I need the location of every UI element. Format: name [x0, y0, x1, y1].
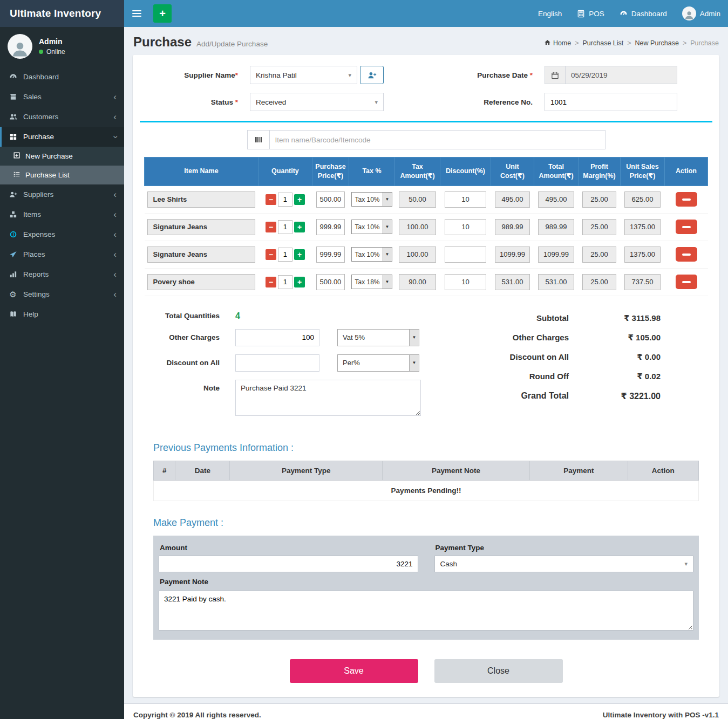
- quantity-increase-button[interactable]: +: [294, 249, 305, 260]
- breadcrumb-current: Purchase: [690, 39, 719, 47]
- other-charges-input[interactable]: [235, 329, 319, 346]
- discount-input[interactable]: [445, 246, 486, 263]
- purchase-price-input[interactable]: [316, 219, 345, 235]
- supplier-select[interactable]: Krishna Patil ▾: [250, 66, 357, 84]
- quantity-decrease-button[interactable]: −: [266, 277, 276, 287]
- chevron-left-icon: ‹: [113, 94, 117, 100]
- discount-type-select[interactable]: Per%▼: [337, 354, 419, 372]
- breadcrumb-separator: >: [575, 39, 579, 47]
- user-menu[interactable]: Admin: [675, 0, 728, 27]
- sidebar-item-purchase[interactable]: Purchase ‹: [0, 127, 124, 147]
- bar-chart-icon: [8, 270, 18, 278]
- close-button[interactable]: Close: [434, 659, 563, 683]
- unit-sales-price-input: [624, 191, 660, 208]
- dashboard-link[interactable]: Dashboard: [612, 0, 675, 27]
- page-title: Purchase: [133, 35, 192, 50]
- discount-input[interactable]: [445, 191, 486, 208]
- quantity-decrease-button[interactable]: −: [266, 194, 276, 205]
- item-search-input[interactable]: [270, 130, 605, 149]
- sidebar: Admin Online Dashboard Sales ‹ Customers…: [0, 27, 124, 719]
- summary-row-subtotal: Subtotal ₹ 3115.98: [489, 313, 661, 323]
- save-button[interactable]: Save: [290, 659, 418, 683]
- total-quantities-label: Total Quantities: [156, 312, 220, 320]
- sidebar-item-dashboard[interactable]: Dashboard: [0, 67, 124, 87]
- sidebar-item-sales[interactable]: Sales ‹: [0, 87, 124, 107]
- column-header: Tax %: [349, 158, 394, 186]
- person-plus-icon: [368, 71, 377, 80]
- table-row: −+ Tax 10%▼: [145, 186, 708, 213]
- payment-note-textarea[interactable]: 3221 Paid by cash.: [159, 591, 693, 631]
- sidebar-item-label: Purchase: [23, 133, 54, 141]
- select-arrow-icon: ▼: [409, 355, 419, 371]
- quantity-decrease-button[interactable]: −: [266, 249, 276, 260]
- quantity-input[interactable]: [278, 220, 292, 234]
- unit-cost-input: [495, 219, 529, 235]
- discount-input[interactable]: [445, 274, 486, 290]
- status-select[interactable]: Received ▾: [250, 93, 384, 111]
- sidebar-item-places[interactable]: Places ‹: [0, 244, 124, 264]
- remove-item-button[interactable]: [676, 275, 697, 289]
- tax-select[interactable]: Tax 18%▼: [351, 275, 392, 289]
- remove-item-button[interactable]: [676, 247, 697, 262]
- quick-add-button[interactable]: +: [153, 4, 172, 23]
- items-section: Item Name Quantity Purchase Price(₹) Tax…: [140, 121, 712, 296]
- other-charges-value: ₹ 105.00: [597, 333, 661, 343]
- minus-icon: [682, 281, 691, 283]
- form-actions: Save Close: [140, 659, 712, 683]
- purchase-price-input[interactable]: [316, 274, 345, 290]
- purchase-price-input[interactable]: [316, 191, 345, 208]
- tax-select[interactable]: Tax 10%▼: [351, 247, 392, 262]
- quantity-increase-button[interactable]: +: [294, 222, 305, 232]
- sidebar-item-settings[interactable]: ⚙ Settings ‹: [0, 284, 124, 304]
- sidebar-item-help[interactable]: Help: [0, 304, 124, 324]
- other-charges-tax-select[interactable]: Vat 5%▼: [337, 329, 419, 346]
- chevron-left-icon: ‹: [113, 252, 117, 257]
- add-supplier-button[interactable]: [360, 66, 384, 84]
- quantity-input[interactable]: [278, 193, 292, 207]
- summary-row-other-charges: Other Charges ₹ 105.00: [489, 333, 661, 343]
- total-amount-input: [538, 246, 574, 263]
- discount-on-all-input[interactable]: [235, 354, 319, 372]
- quantity-decrease-button[interactable]: −: [266, 222, 276, 232]
- app-layout: Ultimate Inventory + English POS Dashboa…: [0, 0, 728, 719]
- online-status-label: Online: [46, 48, 65, 56]
- sidebar-toggle-button[interactable]: [124, 0, 149, 27]
- purchase-price-input[interactable]: [316, 246, 345, 263]
- sidebar-item-reports[interactable]: Reports ‹: [0, 264, 124, 284]
- pos-link[interactable]: POS: [569, 0, 612, 27]
- quantity-increase-button[interactable]: +: [294, 194, 305, 205]
- quantity-input[interactable]: [278, 275, 292, 289]
- note-textarea[interactable]: Purchase Paid 3221: [235, 380, 421, 416]
- quantity-input[interactable]: [278, 248, 292, 262]
- remove-item-button[interactable]: [676, 220, 697, 234]
- reference-no-input[interactable]: [545, 93, 677, 111]
- payment-amount-input[interactable]: [159, 556, 418, 572]
- sidebar-item-label: Items: [23, 210, 41, 218]
- payments-pending-message: Payments Pending!!: [154, 480, 699, 501]
- sidebar-item-expenses[interactable]: Expenses ‹: [0, 224, 124, 244]
- remove-item-button[interactable]: [676, 192, 697, 207]
- profit-margin-input: [582, 274, 616, 290]
- tax-select[interactable]: Tax 10%▼: [351, 192, 392, 207]
- purchase-date-input[interactable]: [565, 66, 677, 84]
- profit-margin-input: [582, 191, 616, 208]
- chevron-left-icon: ‹: [113, 272, 117, 277]
- total-amount-input: [538, 274, 574, 290]
- profit-margin-input: [582, 246, 616, 263]
- sidebar-item-new-purchase[interactable]: New Purchase: [0, 147, 124, 166]
- breadcrumb-new-purchase-link[interactable]: New Purchase: [635, 39, 679, 47]
- breadcrumb-purchase-list-link[interactable]: Purchase List: [583, 39, 624, 47]
- sidebar-item-customers[interactable]: Customers ‹: [0, 107, 124, 127]
- app-logo[interactable]: Ultimate Inventory: [0, 0, 124, 27]
- payment-type-select[interactable]: Cash ▾: [434, 556, 694, 572]
- coin-icon: [8, 230, 18, 238]
- language-selector[interactable]: English: [530, 0, 569, 27]
- sidebar-item-suppliers[interactable]: Suppliers ‹: [0, 184, 124, 204]
- sidebar-item-purchase-list[interactable]: Purchase List: [0, 166, 124, 184]
- breadcrumb-home-link[interactable]: Home: [544, 39, 571, 47]
- tax-amount-input: [399, 246, 436, 263]
- discount-input[interactable]: [445, 219, 486, 235]
- tax-select[interactable]: Tax 10%▼: [351, 220, 392, 234]
- sidebar-item-items[interactable]: Items ‹: [0, 204, 124, 224]
- quantity-increase-button[interactable]: +: [294, 277, 305, 287]
